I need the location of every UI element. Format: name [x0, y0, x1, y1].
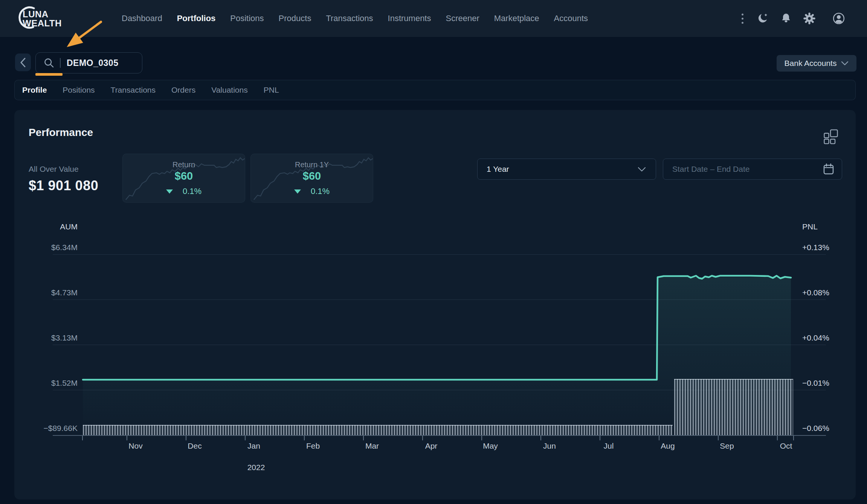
tick [363, 436, 364, 440]
x-axis-label: May [475, 441, 505, 451]
return-card-label: Return [172, 160, 195, 169]
performance-title: Performance [29, 127, 93, 139]
bank-accounts-label: Bank Accounts [785, 59, 837, 68]
tick [793, 436, 794, 440]
triangle-down-icon [166, 189, 173, 194]
tick [304, 436, 305, 440]
period-select[interactable]: 1 Year [477, 159, 656, 180]
date-range-picker[interactable] [663, 159, 842, 180]
tab-positions[interactable]: Positions [63, 86, 95, 95]
nav-item-accounts[interactable]: Accounts [554, 14, 588, 23]
nav-item-screener[interactable]: Screener [446, 14, 479, 23]
y-axis-label-right: +0.13% [802, 243, 862, 253]
annotation-arrow [53, 14, 109, 53]
x-axis-label: Jul [594, 441, 624, 451]
tab-orders[interactable]: Orders [171, 86, 195, 95]
gridline [53, 254, 826, 255]
pnl-bars-small-segment [83, 425, 673, 435]
tick [600, 436, 600, 440]
return-card[interactable]: Return $60 0.1% [122, 154, 245, 203]
period-select-value: 1 Year [487, 165, 509, 174]
return-1y-card-label: Return 1Y [295, 160, 329, 169]
portfolio-page: LUNA WEALTH Dashboard Portfolios Positio… [0, 0, 867, 504]
y-axis-label-right: −0.01% [802, 379, 862, 388]
nav-item-transactions[interactable]: Transactions [326, 14, 373, 23]
top-navigation-bar: LUNA WEALTH Dashboard Portfolios Positio… [0, 0, 867, 37]
tick [659, 436, 659, 440]
y-axis-label-left: $3.13M [15, 333, 78, 343]
return-1y-card-change: 0.1% [311, 186, 330, 196]
nav-item-marketplace[interactable]: Marketplace [494, 14, 539, 23]
right-axis-title: PNL [802, 222, 818, 231]
x-axis-label: Sep [712, 441, 742, 451]
x-axis-label: Jan [239, 441, 269, 451]
nav-action-icons [742, 0, 845, 37]
all-over-value-label: All Over Value [29, 165, 79, 174]
tab-pnl[interactable]: PNL [264, 86, 279, 95]
y-axis-label-right: +0.08% [802, 288, 862, 298]
x-axis-label: Apr [416, 441, 446, 451]
tick [127, 436, 127, 440]
y-axis-label-left: −$89.66K [15, 424, 78, 434]
tab-valuations[interactable]: Valuations [211, 86, 248, 95]
x-axis-label: Feb [298, 441, 328, 451]
x-axis-label: Mar [357, 441, 387, 451]
bank-accounts-dropdown[interactable]: Bank Accounts [777, 55, 856, 72]
y-axis-label-left: $6.34M [15, 243, 78, 253]
user-avatar-icon[interactable] [832, 12, 845, 25]
chevron-down-icon [638, 167, 646, 172]
x-axis-label: Dec [180, 441, 210, 451]
all-over-value-amount: $1 901 080 [29, 178, 98, 194]
search-divider [60, 58, 61, 68]
y-axis-label-right: −0.06% [802, 424, 862, 434]
calendar-icon[interactable] [823, 163, 834, 175]
return-1y-card-value: $60 [303, 170, 321, 182]
date-range-input[interactable] [672, 165, 808, 174]
dark-mode-icon[interactable] [756, 12, 769, 25]
nav-item-portfolios[interactable]: Portfolios [177, 14, 216, 23]
return-card-change: 0.1% [183, 186, 201, 196]
y-axis-label-left: $1.52M [15, 379, 78, 388]
tick [481, 436, 482, 440]
notifications-bell-icon[interactable] [780, 12, 792, 25]
x-axis-label: Nov [121, 441, 151, 451]
left-axis-title: AUM [15, 222, 78, 231]
tab-transactions[interactable]: Transactions [111, 86, 156, 95]
widgets-grid-icon[interactable] [822, 128, 840, 147]
triangle-down-icon [294, 189, 301, 194]
x-axis-year-label: 2022 [241, 463, 271, 472]
x-axis-label: Jun [534, 441, 565, 451]
tick [422, 436, 423, 440]
tab-profile[interactable]: Profile [22, 86, 47, 95]
primary-nav-menu: Dashboard Portfolios Positions Products … [122, 0, 588, 37]
search-icon[interactable] [43, 57, 55, 69]
portfolio-id-text[interactable]: DEMO_0305 [67, 58, 118, 68]
back-button[interactable] [15, 53, 31, 71]
x-axis-baseline [53, 435, 826, 436]
gridline [53, 345, 826, 345]
x-axis-label: Oct [771, 441, 801, 451]
portfolio-search-box[interactable]: DEMO_0305 [35, 52, 142, 73]
return-1y-card[interactable]: Return 1Y $60 0.1% [250, 154, 373, 203]
annotation-underline [35, 73, 63, 76]
tick [245, 436, 246, 440]
y-axis-label-left: $4.73M [15, 288, 78, 298]
tick [777, 436, 778, 440]
nav-item-products[interactable]: Products [279, 14, 311, 23]
y-axis-label-right: +0.04% [802, 333, 862, 343]
tick [82, 436, 83, 440]
chevron-down-icon [841, 61, 849, 66]
more-options-icon[interactable] [742, 14, 743, 24]
chevron-left-icon [20, 58, 26, 67]
return-card-value: $60 [175, 170, 193, 182]
x-axis-label: Aug [653, 441, 683, 451]
tick [540, 436, 541, 440]
nav-item-positions[interactable]: Positions [230, 14, 264, 23]
settings-gear-icon[interactable] [803, 12, 816, 25]
portfolio-tabs: Profile Positions Transactions Orders Va… [14, 80, 856, 100]
nav-item-instruments[interactable]: Instruments [388, 14, 431, 23]
tick [186, 436, 186, 440]
nav-item-dashboard[interactable]: Dashboard [122, 14, 162, 23]
tick [718, 436, 719, 440]
gridline [53, 299, 826, 300]
